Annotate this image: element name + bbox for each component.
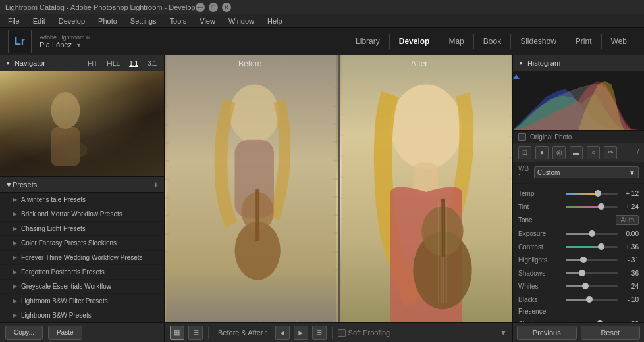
highlights-label: Highlights — [518, 256, 563, 264]
presets-triangle: ▼ — [5, 181, 13, 189]
preset-item[interactable]: ▶Forever Thine Wedding Workflow Presets — [0, 251, 164, 265]
navigator-preview[interactable] — [0, 71, 164, 176]
swap-view-button[interactable]: ⊞ — [312, 326, 327, 340]
whites-value: - 24 — [620, 283, 639, 290]
menu-tools[interactable]: Tools — [167, 16, 190, 26]
preset-item[interactable]: ▶Chasing Light Presets — [0, 222, 164, 236]
menu-view[interactable]: View — [197, 16, 218, 26]
menu-edit[interactable]: Edit — [30, 16, 48, 26]
zoom-1-1[interactable]: 1:1 — [127, 60, 140, 67]
svg-point-1 — [51, 92, 80, 129]
user-info: Adobe Lightroom 6 Pia López ▼ — [40, 34, 90, 49]
blacks-slider[interactable] — [566, 299, 618, 301]
minimize-button[interactable]: — — [196, 3, 205, 12]
preset-item[interactable]: ▶Color Fantasy Presets Sleekiens — [0, 236, 164, 251]
tint-label: Tint — [518, 203, 563, 210]
whites-slider[interactable] — [566, 285, 618, 287]
temp-label: Temp — [518, 190, 563, 197]
auto-button[interactable]: Auto — [616, 215, 639, 225]
original-photo-checkbox[interactable] — [518, 133, 526, 141]
filter-button[interactable]: ⊟ — [188, 326, 203, 340]
tab-book[interactable]: Book — [473, 34, 510, 49]
exposure-slider[interactable] — [566, 233, 618, 235]
right-panel: ▼ Histogram — [512, 55, 644, 342]
previous-button[interactable]: Previous — [517, 326, 577, 340]
preset-item[interactable]: ▶Lightroom B&W Filter Presets — [0, 294, 164, 308]
soft-proof-dropdown[interactable]: ▼ — [500, 329, 507, 337]
exposure-value: 0.00 — [620, 230, 639, 237]
menu-settings[interactable]: Settings — [128, 16, 159, 26]
prev-view-button[interactable]: ◄ — [275, 326, 290, 340]
toolbar-separator-1 — [208, 327, 209, 339]
zoom-fit[interactable]: FIT — [86, 60, 99, 67]
blacks-value: - 10 — [620, 296, 639, 303]
navigator-header[interactable]: ▼ Navigator FIT FILL 1:1 3:1 — [0, 55, 164, 71]
menu-help[interactable]: Help — [265, 16, 285, 26]
menu-photo[interactable]: Photo — [95, 16, 120, 26]
tab-map[interactable]: Map — [439, 34, 473, 49]
tone-section-header: Tone Auto — [513, 213, 644, 227]
presets-header[interactable]: ▼ Presets + — [0, 177, 164, 193]
spot-removal-tool[interactable]: ● — [535, 146, 549, 159]
reset-button[interactable]: Reset — [581, 326, 641, 340]
temp-slider[interactable] — [566, 193, 618, 195]
maximize-button[interactable]: □ — [209, 3, 218, 12]
user-name[interactable]: Pia López ▼ — [40, 41, 90, 49]
wb-dropdown[interactable]: Custom ▼ — [534, 166, 639, 178]
wb-section: WB : Custom ▼ — [513, 162, 644, 184]
shadows-slider[interactable] — [566, 272, 618, 274]
grid-view-button[interactable]: ▦ — [170, 326, 184, 340]
menu-develop[interactable]: Develop — [56, 16, 88, 26]
svg-rect-10 — [255, 189, 259, 241]
navigator-panel: ▼ Navigator FIT FILL 1:1 3:1 — [0, 55, 164, 177]
left-panel: ▼ Navigator FIT FILL 1:1 3:1 — [0, 55, 165, 342]
photo-divider[interactable] — [338, 55, 340, 322]
tab-slideshow[interactable]: Slideshow — [510, 34, 566, 49]
menu-file[interactable]: File — [5, 16, 22, 26]
zoom-3-1[interactable]: 3:1 — [146, 60, 159, 67]
bottom-right-bar: Previous Reset — [513, 322, 644, 342]
original-photo-row: Original Photo — [513, 131, 644, 143]
view-mode-label: Before & After : — [214, 329, 271, 337]
whites-label: Whites — [518, 283, 563, 290]
preset-item[interactable]: ▶Forgotten Postcards Presets — [0, 265, 164, 280]
preset-item[interactable]: ▶Brick and Mortar Workflow Presets — [0, 207, 164, 222]
tint-slider-row: Tint + 24 — [513, 200, 644, 213]
redeye-tool[interactable]: ◎ — [552, 146, 566, 159]
wb-label: WB : — [518, 165, 531, 180]
navigator-image — [0, 71, 164, 176]
histogram-panel: ▼ Histogram — [513, 55, 644, 131]
soft-proofing-toggle[interactable]: Soft Proofing — [338, 329, 390, 337]
tint-slider[interactable] — [566, 206, 618, 208]
tab-web[interactable]: Web — [601, 34, 636, 49]
blacks-slider-row: Blacks - 10 — [513, 293, 644, 306]
clarity-slider-row: Clarity + 33 — [513, 317, 644, 322]
tab-develop[interactable]: Develop — [389, 34, 439, 49]
presets-add-button[interactable]: + — [153, 180, 159, 190]
menubar: File Edit Develop Photo Settings Tools V… — [0, 14, 644, 28]
close-button[interactable]: ✕ — [222, 3, 231, 12]
radial-filter-tool[interactable]: ○ — [587, 146, 600, 159]
adjustment-brush-tool[interactable]: ✏ — [604, 146, 617, 159]
highlights-slider[interactable] — [566, 259, 618, 261]
copy-button[interactable]: Copy... — [5, 326, 43, 340]
preset-item[interactable]: ▶A winter's tale Presets — [0, 193, 164, 207]
tab-library[interactable]: Library — [346, 34, 389, 49]
paste-button[interactable]: Paste — [48, 326, 82, 340]
next-view-button[interactable]: ► — [294, 326, 308, 340]
preset-item[interactable]: ▶Greyscale Essentials Workflow — [0, 280, 164, 294]
histogram-header[interactable]: ▼ Histogram — [513, 55, 644, 71]
graduated-filter-tool[interactable]: ▬ — [570, 146, 583, 159]
eye-dropper-tool[interactable]: / — [637, 149, 639, 156]
soft-proof-checkbox[interactable] — [338, 329, 346, 337]
menu-window[interactable]: Window — [226, 16, 257, 26]
temp-slider-row: Temp + 12 — [513, 187, 644, 200]
preset-item[interactable]: ▶Lightroom B&W Presets — [0, 308, 164, 322]
contrast-slider[interactable] — [566, 246, 618, 248]
svg-point-3 — [64, 142, 88, 158]
tab-print[interactable]: Print — [566, 34, 601, 49]
whites-slider-row: Whites - 24 — [513, 280, 644, 293]
zoom-fill[interactable]: FILL — [105, 60, 122, 67]
titlebar: Lightroom Catalog - Adobe Photoshop Ligh… — [0, 0, 644, 14]
crop-tool[interactable]: ⊡ — [518, 146, 531, 159]
